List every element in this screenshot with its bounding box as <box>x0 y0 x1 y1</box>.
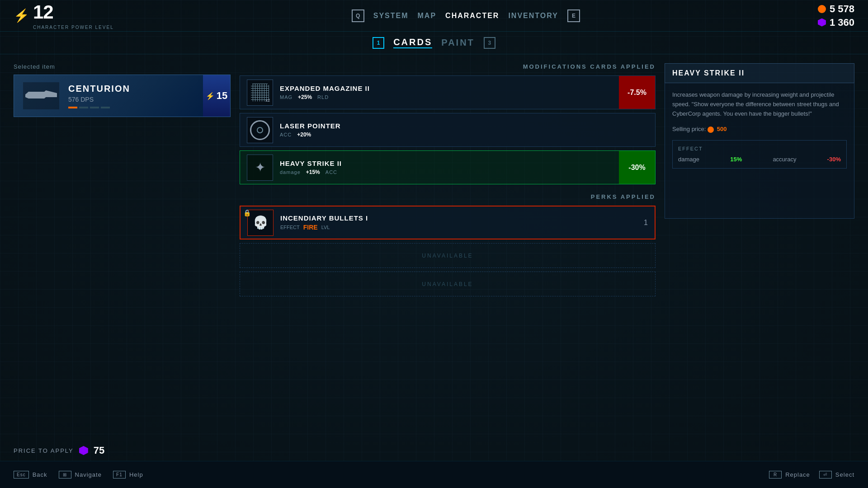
mod-card-heavy-strike[interactable]: HEAVY STRIKE II damage +15% ACC -30% <box>240 150 656 184</box>
navigate-action[interactable]: ⊞ Navigate <box>59 471 102 479</box>
bar-4 <box>101 107 110 108</box>
paint-tab[interactable]: PAINT <box>441 38 475 48</box>
damage-value: +15% <box>306 169 320 175</box>
navigate-label: Navigate <box>75 471 102 478</box>
acc-label2: ACC <box>326 169 337 175</box>
perk-lvl-value: 1 <box>644 219 648 227</box>
mod-icon-laser-pointer <box>247 117 273 143</box>
effect-accuracy-name: accuracy <box>773 156 796 163</box>
nav-system[interactable]: SYSTEM <box>373 12 409 20</box>
main-content: Selected item CENTURION 576 DPS ⚡ <box>0 54 868 461</box>
r-key[interactable]: R <box>769 471 782 479</box>
left-panel: Selected item CENTURION 576 DPS ⚡ <box>14 63 231 452</box>
price-to-apply-label: PRICE TO APPLY <box>14 447 74 454</box>
bar-2 <box>79 107 88 108</box>
selling-currency-icon <box>708 127 714 133</box>
help-label: Help <box>129 471 143 478</box>
bottom-bar: Esc Back ⊞ Navigate F1 Help R Replace ⏎ … <box>0 461 868 488</box>
help-action[interactable]: F1 Help <box>113 471 143 479</box>
mag-label: MAG <box>280 94 292 100</box>
nav-map[interactable]: MAP <box>418 12 437 20</box>
magazine-icon: x2 <box>250 83 270 103</box>
select-action[interactable]: ⏎ Select <box>819 471 854 479</box>
cards-tab[interactable]: CARDS <box>393 37 432 48</box>
top-navigation: ⚡ 12 CHARACTER POWER LEVEL Q SYSTEM MAP … <box>0 0 868 32</box>
mod-stats-expanded-magazine: MAG +25% RLD <box>280 94 648 100</box>
back-label: Back <box>33 471 47 478</box>
paint-tab-number: 3 <box>484 37 495 49</box>
effect-damage-value: 15% <box>730 156 742 163</box>
weapon-bars <box>68 107 221 108</box>
bottom-right-actions: R Replace ⏎ Select <box>769 471 854 479</box>
selling-price-label: Selling price: <box>672 126 706 132</box>
currency-purple-row: 1 360 <box>818 17 854 28</box>
mod-info-expanded-magazine: EXPANDED MAGAZINE II MAG +25% RLD <box>280 84 648 100</box>
perk-effect-label: EFFECT <box>280 225 300 230</box>
power-number: 12 <box>33 1 114 23</box>
power-level-block: ⚡ 12 CHARACTER POWER LEVEL <box>14 1 114 30</box>
enter-key[interactable]: ⏎ <box>819 471 832 479</box>
x2-badge: x2 <box>265 98 270 103</box>
unavailable-slot-2: UNAVAILABLE <box>240 272 656 296</box>
nav-key-e[interactable]: E <box>567 9 580 22</box>
unavailable-text-1: UNAVAILABLE <box>422 253 473 259</box>
mod-name-laser-pointer: LASER POINTER <box>280 122 648 130</box>
effect-damage-name: damage <box>678 156 699 163</box>
weapon-dps: 576 DPS <box>68 96 221 103</box>
currency-orange-icon <box>818 5 826 13</box>
acc-label: ACC <box>280 132 292 137</box>
weapon-icon-background <box>23 82 59 109</box>
esc-key[interactable]: Esc <box>14 471 29 479</box>
weapon-name: CENTURION <box>68 84 221 94</box>
weapon-image <box>25 89 57 103</box>
perk-icon-incendiary: 💀 <box>247 210 274 236</box>
perk-card-incendiary[interactable]: 🔒 💀 INCENDIARY BULLETS I EFFECT FIRE LVL… <box>240 206 656 239</box>
bar-3 <box>90 107 99 108</box>
unavailable-text-2: UNAVAILABLE <box>422 281 473 287</box>
mod-icon-expanded-magazine: x2 <box>247 80 273 106</box>
weapon-bolt-icon: ⚡ <box>206 92 215 100</box>
bolt-icon: ⚡ <box>14 8 29 23</box>
heavy-neg-badge: -30% <box>619 151 655 184</box>
nav-menu: Q SYSTEM MAP CHARACTER INVENTORY E <box>352 9 580 22</box>
currency-purple-value: 1 360 <box>830 17 854 28</box>
nav-key-q[interactable]: Q <box>352 9 364 22</box>
mod-card-expanded-magazine[interactable]: x2 EXPANDED MAGAZINE II MAG +25% RLD -7.… <box>240 75 656 109</box>
mod-icon-heavy-strike <box>247 155 273 181</box>
f1-key[interactable]: F1 <box>113 471 126 479</box>
detail-body: Increases weapon damage by increasing we… <box>665 83 854 219</box>
replace-action[interactable]: R Replace <box>769 471 810 479</box>
sub-navigation: 1 CARDS PAINT 3 <box>0 32 868 54</box>
weapon-level: 15 <box>217 90 227 102</box>
detail-header: HEAVY STRIKE II <box>665 63 854 83</box>
power-label: CHARACTER POWER LEVEL <box>33 25 114 30</box>
replace-label: Replace <box>785 471 810 478</box>
nav-character[interactable]: CHARACTER <box>445 12 499 20</box>
currency-orange-value: 5 578 <box>830 3 854 15</box>
price-section: PRICE TO APPLY 75 <box>14 445 104 456</box>
bar-1 <box>68 107 77 108</box>
mod-name-heavy-strike: HEAVY STRIKE II <box>280 160 648 167</box>
effect-row: damage 15% accuracy -30% <box>678 156 841 163</box>
mod-card-laser-pointer[interactable]: LASER POINTER ACC +20% <box>240 113 656 147</box>
selling-price-value: 500 <box>717 126 727 132</box>
weapon-level-badge: ⚡ 15 <box>203 75 230 117</box>
select-label: Select <box>835 471 854 478</box>
cards-tab-number: 1 <box>373 37 384 49</box>
back-action[interactable]: Esc Back <box>14 471 47 479</box>
acc-value: +20% <box>297 131 311 138</box>
perk-stats-incendiary: EFFECT FIRE LVL <box>280 224 648 231</box>
detail-title: HEAVY STRIKE II <box>672 69 847 77</box>
mod-info-heavy-strike: HEAVY STRIKE II damage +15% ACC <box>280 160 648 175</box>
heavy-strike-icon <box>250 158 270 178</box>
navigate-key[interactable]: ⊞ <box>59 471 71 479</box>
selected-item-label: Selected item <box>14 63 231 70</box>
nav-inventory[interactable]: INVENTORY <box>508 12 558 20</box>
effect-accuracy-value: -30% <box>827 156 841 163</box>
price-currency-icon <box>79 446 88 455</box>
laser-icon <box>250 120 270 140</box>
weapon-card[interactable]: CENTURION 576 DPS ⚡ 15 <box>14 75 231 117</box>
currency-orange-row: 5 578 <box>818 3 854 15</box>
mod-stats-heavy-strike: damage +15% ACC <box>280 169 648 175</box>
damage-label: damage <box>280 169 301 175</box>
